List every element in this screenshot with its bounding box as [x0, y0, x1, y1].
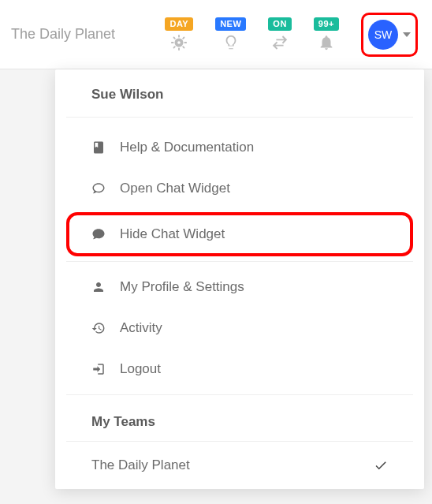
caret-down-icon	[403, 32, 411, 37]
menu-activity[interactable]: Activity	[66, 308, 413, 349]
new-badge: NEW	[215, 17, 246, 31]
brand-title[interactable]: The Daily Planet	[11, 26, 115, 43]
theme-toggle[interactable]: DAY	[165, 17, 193, 51]
user-dropdown: Sue Wilson Help & Documentation Open Cha…	[55, 69, 424, 489]
book-icon	[91, 140, 106, 155]
chat-filled-icon	[91, 227, 106, 241]
menu-activity-label: Activity	[120, 320, 162, 336]
menu-help[interactable]: Help & Documentation	[66, 127, 413, 168]
notification-count-badge: 99+	[314, 17, 339, 31]
menu-hide-chat[interactable]: Hide Chat Widget	[66, 212, 413, 256]
top-bar: The Daily Planet DAY NEW ON 99+ SW	[0, 0, 432, 69]
user-icon	[91, 280, 106, 294]
team-item[interactable]: The Daily Planet	[66, 442, 413, 489]
teams-header: My Teams	[66, 400, 413, 442]
logout-icon	[91, 362, 106, 376]
menu-profile-label: My Profile & Settings	[120, 279, 244, 295]
menu-open-chat-label: Open Chat Widget	[120, 181, 230, 196]
sun-icon	[170, 34, 188, 51]
divider	[66, 394, 413, 395]
avatar: SW	[368, 20, 398, 50]
whats-new[interactable]: NEW	[215, 17, 246, 51]
sync-toggle[interactable]: ON	[268, 17, 292, 51]
check-icon	[374, 458, 388, 472]
menu-logout[interactable]: Logout	[66, 349, 413, 390]
menu-open-chat[interactable]: Open Chat Widget	[66, 168, 413, 209]
divider	[66, 261, 413, 262]
sync-icon	[271, 34, 289, 51]
dropdown-user-name: Sue Wilson	[66, 69, 413, 118]
lightbulb-icon	[222, 34, 240, 51]
history-icon	[91, 321, 106, 335]
menu-help-label: Help & Documentation	[120, 140, 254, 155]
on-badge: ON	[268, 17, 292, 31]
menu-profile[interactable]: My Profile & Settings	[66, 267, 413, 308]
chat-outline-icon	[91, 181, 106, 196]
user-menu-trigger[interactable]: SW	[361, 13, 418, 57]
menu-logout-label: Logout	[120, 361, 161, 377]
notifications[interactable]: 99+	[314, 17, 339, 51]
bell-icon	[318, 34, 335, 51]
day-badge: DAY	[165, 17, 193, 31]
team-name: The Daily Planet	[91, 457, 190, 473]
menu-hide-chat-label: Hide Chat Widget	[120, 226, 225, 242]
nav-icons: DAY NEW ON 99+ SW	[165, 13, 424, 57]
